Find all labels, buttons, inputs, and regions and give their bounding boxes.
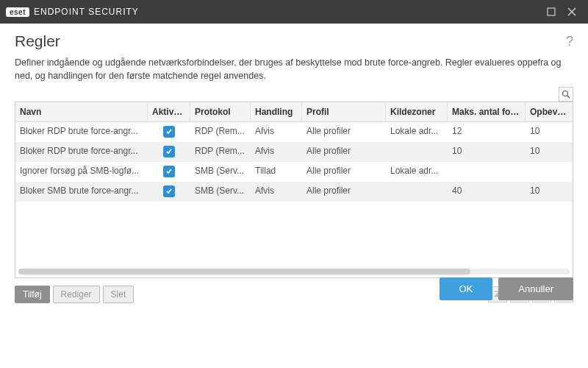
cell: Lokale adr... bbox=[386, 122, 448, 142]
cell-enabled bbox=[148, 142, 190, 162]
search-button[interactable] bbox=[559, 87, 573, 102]
dialog-footer: OK Annuller bbox=[440, 277, 574, 300]
cell bbox=[448, 162, 526, 182]
cell: 40 bbox=[448, 182, 526, 202]
cell: 12 bbox=[448, 122, 526, 142]
brand-badge: eset bbox=[6, 7, 29, 17]
cell: SMB (Serv... bbox=[190, 162, 251, 182]
col-name[interactable]: Navn bbox=[15, 102, 148, 122]
cell-enabled bbox=[148, 182, 190, 202]
cell: Alle profiler bbox=[302, 162, 386, 182]
cell-enabled bbox=[148, 122, 190, 142]
help-icon[interactable]: ? bbox=[566, 34, 573, 49]
cell: Alle profiler bbox=[302, 182, 386, 202]
add-button[interactable]: Tilføj bbox=[15, 286, 50, 303]
cell: 10 bbox=[526, 182, 573, 202]
cell: Bloker SMB brute force-angr... bbox=[15, 182, 148, 202]
cell: 10 bbox=[526, 122, 573, 142]
checkbox-checked-icon[interactable] bbox=[163, 185, 175, 197]
cell: Bloker RDP brute force-angr... bbox=[15, 142, 148, 162]
col-retention[interactable]: Opbevaringsp bbox=[526, 102, 573, 122]
checkbox-checked-icon[interactable] bbox=[163, 166, 175, 177]
cell: Alle profiler bbox=[302, 122, 386, 142]
titlebar: eset ENDPOINT SECURITY bbox=[0, 0, 588, 24]
cell: Tillad bbox=[251, 162, 302, 182]
cell bbox=[526, 162, 573, 182]
cell: Afvis bbox=[251, 182, 302, 202]
ok-button[interactable]: OK bbox=[440, 277, 493, 300]
cell: RDP (Rem... bbox=[190, 142, 251, 162]
cell: Bloker RDP brute force-angr... bbox=[15, 122, 148, 142]
close-button[interactable] bbox=[562, 1, 582, 22]
page-title: Regler bbox=[15, 32, 573, 50]
checkbox-checked-icon[interactable] bbox=[163, 126, 175, 138]
horizontal-scrollbar[interactable] bbox=[18, 269, 570, 275]
col-profile[interactable]: Profil bbox=[302, 102, 386, 122]
cell: Afvis bbox=[251, 142, 302, 162]
cell: Afvis bbox=[251, 122, 302, 142]
cell: 10 bbox=[448, 142, 526, 162]
minimize-button[interactable] bbox=[541, 1, 562, 22]
delete-button: Slet bbox=[103, 286, 135, 303]
page-description: Definer indgående og udgående netværksfo… bbox=[15, 56, 573, 82]
col-action[interactable]: Handling bbox=[251, 102, 302, 122]
svg-rect-0 bbox=[548, 8, 555, 15]
col-enabled[interactable]: Aktiveret bbox=[148, 102, 190, 122]
cell: Lokale adr... bbox=[386, 162, 448, 182]
rules-table: Navn Aktiveret Protokol Handling Profil … bbox=[15, 102, 573, 278]
svg-line-4 bbox=[567, 96, 570, 98]
scrollbar-thumb[interactable] bbox=[18, 269, 470, 275]
product-name: ENDPOINT SECURITY bbox=[34, 7, 139, 17]
col-source-zones[interactable]: Kildezoner bbox=[386, 102, 448, 122]
col-max-attempts[interactable]: Maks. antal forsøg bbox=[448, 102, 526, 122]
cell: RDP (Rem... bbox=[190, 122, 251, 142]
cell: 10 bbox=[526, 142, 573, 162]
cell: Ignorer forsøg på SMB-logfø... bbox=[15, 162, 148, 182]
edit-button: Rediger bbox=[53, 286, 100, 303]
cell: SMB (Serv... bbox=[190, 182, 251, 202]
col-protocol[interactable]: Protokol bbox=[190, 102, 251, 122]
checkbox-checked-icon[interactable] bbox=[163, 146, 175, 158]
cell bbox=[386, 142, 448, 162]
svg-point-3 bbox=[563, 91, 568, 96]
cell-enabled bbox=[148, 162, 190, 182]
cell bbox=[386, 182, 448, 202]
cell: Alle profiler bbox=[302, 142, 386, 162]
cancel-button[interactable]: Annuller bbox=[498, 277, 573, 300]
